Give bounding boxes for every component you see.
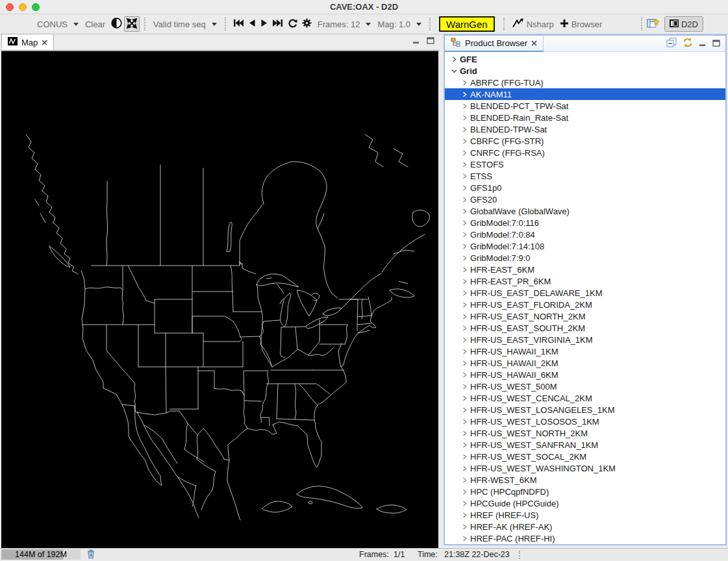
browser-button[interactable]: Browser xyxy=(560,19,603,29)
nsharp-button[interactable]: Nsharp xyxy=(512,18,554,30)
heap-status-widget[interactable]: 144M of 192M xyxy=(1,549,81,560)
tree-item[interactable]: HFR-US_WEST_LOSANGELES_1KM xyxy=(445,404,725,416)
tree-item[interactable]: HPC (HPCqpfNDFD) xyxy=(445,486,725,497)
tree-item[interactable]: Grid xyxy=(445,65,725,77)
tree-item[interactable]: HPCGuide (HPCGuide) xyxy=(445,497,725,509)
next-frame-button[interactable] xyxy=(260,19,268,29)
tree-item[interactable]: GlobalWave (GlobalWave) xyxy=(445,205,725,217)
image-properties-button[interactable] xyxy=(108,16,124,32)
chevron-right-icon[interactable] xyxy=(459,220,470,226)
chevron-right-icon[interactable] xyxy=(459,279,470,284)
chevron-right-icon[interactable] xyxy=(459,407,470,413)
minimize-view-icon[interactable] xyxy=(412,35,420,47)
chevron-right-icon[interactable] xyxy=(459,162,470,168)
tree-item[interactable]: HFR-US_EAST_FLORIDA_2KM xyxy=(445,299,725,310)
pan-zoom-button[interactable] xyxy=(124,16,140,32)
first-frame-button[interactable] xyxy=(233,19,244,29)
tree-item[interactable]: HFR-EAST_PR_6KM xyxy=(445,275,725,287)
frames-dropdown[interactable]: Frames: 12 xyxy=(318,19,371,29)
open-perspective-button[interactable] xyxy=(647,18,659,31)
chevron-right-icon[interactable] xyxy=(459,501,470,506)
tree-item[interactable]: CNRFC (FFG-RSA) xyxy=(445,147,725,158)
tree-item[interactable]: GribModel:7:9:0 xyxy=(445,252,725,264)
tree-item[interactable]: HFR-US_EAST_DELAWARE_1KM xyxy=(445,287,725,299)
previous-frame-button[interactable] xyxy=(248,19,256,29)
garbage-collect-trash-icon[interactable] xyxy=(86,549,95,561)
collapse-all-icon[interactable] xyxy=(666,38,677,50)
mag-dropdown[interactable]: Mag: 1.0 xyxy=(377,19,421,29)
tree-item[interactable]: HFR-US_EAST_NORTH_2KM xyxy=(445,310,725,322)
maximize-view-icon[interactable] xyxy=(712,38,720,49)
chevron-right-icon[interactable] xyxy=(459,466,470,471)
chevron-right-icon[interactable] xyxy=(459,92,470,97)
warngen-button[interactable]: WarnGen xyxy=(439,16,495,32)
tree-item[interactable]: GFS1p0 xyxy=(445,182,725,193)
tree-item[interactable]: CBRFC (FFG-STR) xyxy=(445,135,725,147)
chevron-right-icon[interactable] xyxy=(459,103,470,109)
chevron-right-icon[interactable] xyxy=(459,197,470,203)
chevron-right-icon[interactable] xyxy=(459,208,470,214)
tree-item[interactable]: HFR-US_WEST_LOSOSOS_1KM xyxy=(445,416,725,427)
chevron-right-icon[interactable] xyxy=(459,442,470,448)
chevron-right-icon[interactable] xyxy=(459,302,470,308)
chevron-right-icon[interactable] xyxy=(459,337,470,343)
loop-button[interactable] xyxy=(288,19,297,30)
chevron-right-icon[interactable] xyxy=(459,524,470,530)
chevron-right-icon[interactable] xyxy=(459,489,470,495)
maximize-view-icon[interactable] xyxy=(427,35,434,47)
tree-item[interactable]: HFR-US_WEST_CENCAL_2KM xyxy=(445,392,725,404)
tree-item[interactable]: HFR-US_WEST_500M xyxy=(445,380,725,392)
chevron-right-icon[interactable] xyxy=(459,255,470,261)
chevron-right-icon[interactable] xyxy=(459,243,470,249)
chevron-right-icon[interactable] xyxy=(459,325,470,331)
close-icon[interactable] xyxy=(531,38,537,48)
chevron-right-icon[interactable] xyxy=(459,314,470,319)
chevron-right-icon[interactable] xyxy=(459,395,470,401)
tab-product-browser[interactable]: Product Browser xyxy=(445,36,544,52)
close-icon[interactable] xyxy=(42,38,47,47)
tree-item[interactable]: ESTOFS xyxy=(445,158,725,170)
tree-item[interactable]: HREF-AK (HREF-AK) xyxy=(445,521,725,532)
tree-item[interactable]: HFR-US_HAWAII_6KM xyxy=(445,369,725,380)
chevron-right-icon[interactable] xyxy=(459,127,470,132)
tree-item[interactable]: HFR-WEST_6KM xyxy=(445,474,725,486)
chevron-right-icon[interactable] xyxy=(459,372,470,378)
time-options-gear-icon[interactable] xyxy=(302,18,312,30)
chevron-right-icon[interactable] xyxy=(459,477,470,483)
tree-item[interactable]: HREF-PAC (HREF-HI) xyxy=(445,532,725,544)
tree-item[interactable]: HFR-US_WEST_SANFRAN_1KM xyxy=(445,439,725,451)
minimize-view-icon[interactable] xyxy=(699,38,707,49)
clear-button[interactable]: Clear xyxy=(85,19,105,29)
chevron-right-icon[interactable] xyxy=(459,512,470,518)
chevron-right-icon[interactable] xyxy=(459,290,470,296)
tree-item[interactable]: HFR-US_EAST_VIRGINIA_1KM xyxy=(445,334,725,345)
tree-item[interactable]: HFR-US_WEST_NORTH_2KM xyxy=(445,427,725,439)
time-mode-dropdown[interactable]: Valid time seq xyxy=(153,19,217,29)
tree-item[interactable]: GribModel:7:0:84 xyxy=(445,229,725,240)
chevron-right-icon[interactable] xyxy=(459,454,470,460)
tree-item[interactable]: HFR-US_WEST_WASHINGTON_1KM xyxy=(445,462,725,474)
chevron-right-icon[interactable] xyxy=(459,173,470,179)
chevron-right-icon[interactable] xyxy=(459,349,470,355)
tab-map[interactable]: Map xyxy=(1,34,54,50)
tree-item[interactable]: AK-NAM11 xyxy=(445,88,725,100)
chevron-right-icon[interactable] xyxy=(459,232,470,238)
last-frame-button[interactable] xyxy=(273,19,283,29)
chevron-right-icon[interactable] xyxy=(459,80,470,86)
chevron-right-icon[interactable] xyxy=(459,185,470,191)
refresh-sync-icon[interactable] xyxy=(683,38,693,50)
tree-item[interactable]: HFR-US_HAWAII_1KM xyxy=(445,345,725,357)
tree-item[interactable]: GribModel:7:0:116 xyxy=(445,217,725,229)
chevron-right-icon[interactable] xyxy=(459,384,470,390)
map-canvas[interactable] xyxy=(1,51,438,548)
chevron-down-icon[interactable] xyxy=(449,68,460,74)
tree-item[interactable]: ETSS xyxy=(445,170,725,182)
tree-item[interactable]: BLENDED-PCT_TPW-Sat xyxy=(445,100,725,112)
tree-item[interactable]: HFR-US_HAWAII_2KM xyxy=(445,357,725,369)
tree-item[interactable]: GFE xyxy=(445,53,725,65)
chevron-right-icon[interactable] xyxy=(459,536,470,542)
tree-item[interactable]: HFR-US_WEST_SOCAL_2KM xyxy=(445,451,725,462)
chevron-right-icon[interactable] xyxy=(459,115,470,121)
tree-item[interactable]: ABRFC (FFG-TUA) xyxy=(445,77,725,88)
tree-item[interactable]: HREF (HREF-US) xyxy=(445,509,725,521)
